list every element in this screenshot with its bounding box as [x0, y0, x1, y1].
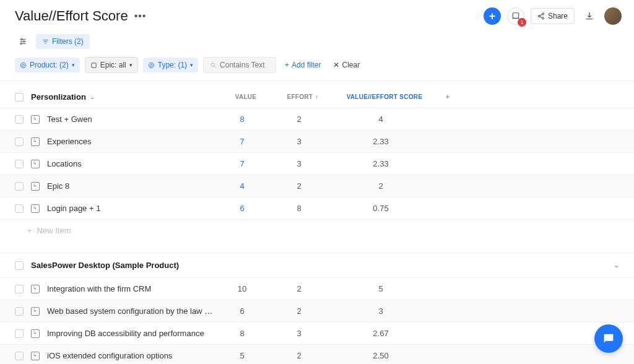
score-cell: 2.33 — [334, 137, 427, 146]
effort-cell[interactable]: 3 — [271, 159, 327, 168]
item-name: Locations — [47, 159, 213, 168]
chevron-down-icon: ▾ — [72, 62, 75, 68]
topbar: Value//Effort Score ••• + 1 Share — [0, 0, 634, 30]
item-type-icon — [31, 352, 40, 360]
svg-line-4 — [540, 17, 542, 18]
filter-type[interactable]: Type: (1) ▾ — [143, 58, 198, 72]
item-type-icon — [31, 137, 40, 146]
filter-epic[interactable]: Epic: all ▾ — [85, 57, 138, 73]
svg-point-0 — [542, 13, 544, 15]
svg-point-15 — [22, 64, 25, 66]
views-button[interactable]: 1 — [507, 7, 524, 25]
share-button[interactable]: Share — [531, 8, 575, 24]
filters-chip[interactable]: Filters (2) — [36, 34, 90, 49]
chevron-down-icon[interactable]: ⌄ — [90, 93, 95, 100]
value-cell[interactable]: 6 — [220, 306, 264, 316]
score-cell: 2.33 — [334, 159, 427, 168]
effort-cell[interactable]: 8 — [271, 204, 327, 213]
notification-badge: 1 — [518, 18, 526, 27]
item-name: Integration with the firm CRM — [47, 284, 213, 293]
item-name: Epic 8 — [47, 181, 213, 191]
value-cell[interactable]: 10 — [220, 284, 264, 293]
effort-cell[interactable]: 2 — [271, 351, 327, 360]
item-type-icon — [31, 160, 40, 168]
top-actions: + 1 Share — [484, 7, 622, 25]
row-checkbox[interactable] — [15, 204, 24, 213]
add-filter-button[interactable]: + Add filter — [281, 58, 324, 72]
search-input[interactable] — [220, 61, 269, 69]
table-row[interactable]: iOS extended configuration options 5 2 2… — [0, 344, 634, 364]
row-checkbox[interactable] — [15, 352, 24, 360]
chevron-down-icon: ▾ — [129, 62, 132, 68]
item-name: iOS extended configuration options — [47, 351, 213, 360]
group-checkbox[interactable] — [15, 93, 24, 102]
row-checkbox[interactable] — [15, 160, 24, 168]
table-row[interactable]: Epic 8 4 2 2 — [0, 175, 634, 197]
share-label: Share — [548, 12, 568, 20]
chat-button[interactable] — [594, 324, 623, 353]
score-cell: 2 — [334, 181, 427, 191]
download-button[interactable] — [581, 7, 598, 25]
table-row[interactable]: Web based system configuration by the la… — [0, 300, 634, 322]
svg-point-17 — [149, 63, 154, 67]
column-value[interactable]: VALUE — [224, 93, 267, 100]
table-row[interactable]: Locations 7 3 2.33 — [0, 152, 634, 175]
epic-icon — [90, 62, 97, 69]
item-type-icon — [31, 329, 40, 338]
effort-cell[interactable]: 2 — [271, 306, 327, 316]
filter-epic-label: Epic: all — [100, 61, 126, 69]
effort-cell[interactable]: 2 — [271, 284, 327, 293]
row-checkbox[interactable] — [15, 137, 24, 146]
value-cell[interactable]: 7 — [220, 159, 264, 168]
svg-point-18 — [150, 64, 152, 66]
group-checkbox[interactable] — [15, 261, 24, 270]
filters-label: Filters (2) — [52, 37, 84, 46]
new-item-row[interactable]: + New Item — [0, 219, 634, 241]
table-row[interactable]: Integration with the firm CRM 10 2 5 — [0, 277, 634, 300]
user-avatar[interactable] — [604, 7, 622, 25]
chat-icon — [602, 332, 615, 345]
table-row[interactable]: Test + Gwen 8 2 4 — [0, 108, 634, 130]
target-icon — [148, 62, 155, 69]
column-score[interactable]: VALUE//EFFORT SCORE — [338, 93, 431, 100]
column-effort[interactable]: EFFORT ↑ — [275, 93, 331, 100]
row-checkbox[interactable] — [15, 182, 24, 191]
table-row[interactable]: Login page + 1 6 8 0.75 — [0, 197, 634, 219]
value-cell[interactable]: 6 — [220, 204, 264, 213]
table-row[interactable]: Improving DB accessibility and performan… — [0, 322, 634, 344]
add-button[interactable]: + — [484, 7, 501, 25]
effort-cell[interactable]: 2 — [271, 115, 327, 124]
score-cell: 5 — [334, 284, 427, 293]
clear-label: Clear — [342, 61, 360, 69]
value-cell[interactable]: 5 — [220, 351, 264, 360]
svg-point-14 — [20, 63, 25, 67]
item-name: Test + Gwen — [47, 115, 213, 124]
effort-cell[interactable]: 2 — [271, 181, 327, 191]
row-checkbox[interactable] — [15, 329, 24, 338]
divider — [0, 80, 634, 81]
more-menu-icon[interactable]: ••• — [134, 11, 147, 22]
effort-cell[interactable]: 3 — [271, 329, 327, 338]
value-cell[interactable]: 8 — [220, 329, 264, 338]
sliders-icon — [19, 37, 27, 46]
chevron-down-icon[interactable]: ⌄ — [614, 261, 619, 269]
plus-icon: + — [27, 226, 32, 235]
value-cell[interactable]: 8 — [220, 115, 264, 124]
settings-sliders-button[interactable] — [15, 33, 31, 50]
clear-filters-button[interactable]: ✕ Clear — [329, 58, 363, 72]
value-cell[interactable]: 4 — [220, 181, 264, 191]
table-row[interactable]: Experiences 7 3 2.33 — [0, 130, 634, 152]
svg-point-10 — [20, 43, 22, 44]
svg-point-8 — [24, 41, 25, 42]
effort-cell[interactable]: 3 — [271, 137, 327, 146]
row-checkbox[interactable] — [15, 115, 24, 124]
filter-product[interactable]: Product: (2) ▾ — [15, 58, 80, 72]
new-item-label: New Item — [37, 226, 71, 235]
add-column-button[interactable]: + — [438, 93, 457, 100]
title-area: Value//Effort Score ••• — [15, 8, 146, 24]
row-checkbox[interactable] — [15, 307, 24, 316]
row-checkbox[interactable] — [15, 285, 24, 293]
filter-search[interactable] — [203, 57, 276, 73]
value-cell[interactable]: 7 — [220, 137, 264, 146]
page-title: Value//Effort Score — [15, 8, 128, 24]
